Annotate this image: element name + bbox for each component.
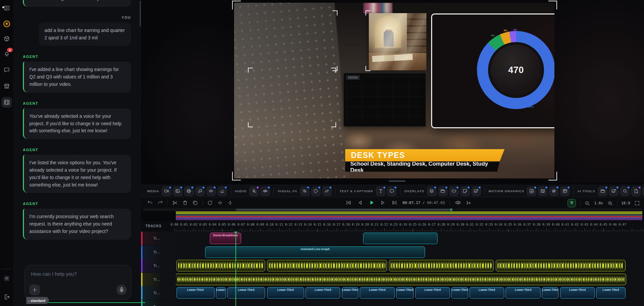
toolbar-button-music[interactable] bbox=[195, 186, 205, 196]
toolbar-button-globe[interactable] bbox=[184, 186, 194, 196]
timeline-clip-lower-third[interactable]: Lower-Third bbox=[396, 287, 414, 299]
redo-button[interactable] bbox=[157, 200, 163, 206]
timeline-clip-lower-third[interactable]: Lower-Third bbox=[596, 287, 625, 299]
cut-button[interactable] bbox=[172, 200, 178, 206]
track-header[interactable]: Tr... bbox=[141, 273, 176, 286]
timeline-ruler[interactable]: 0:000:010:020:030:040:050:060:070:080:09… bbox=[174, 221, 644, 232]
donut-chart-panel[interactable]: 470 87% 6% 4% 3% R&D410 (87%)Operations2… bbox=[431, 13, 554, 128]
track-header[interactable]: Tr... bbox=[141, 300, 176, 306]
toolbar-button-speaker[interactable] bbox=[206, 186, 216, 196]
timeline-clip-lower-third[interactable]: Lower-Third bbox=[267, 287, 304, 299]
sidebar-item-rewards[interactable] bbox=[3, 21, 10, 27]
toolbar-button-layers[interactable] bbox=[427, 186, 437, 196]
video-preview[interactable]: 470 87% 6% 4% 3% R&D410 (87%)Operations2… bbox=[234, 3, 554, 178]
track-header[interactable]: Tr... bbox=[141, 232, 176, 245]
toolbar-button-sticker[interactable] bbox=[460, 186, 470, 196]
toolbar-button-mic-sparkle[interactable] bbox=[642, 186, 644, 196]
toolbar-button-eraser[interactable] bbox=[218, 186, 227, 196]
timeline-clip-lower-third[interactable]: Lower-Third bbox=[470, 287, 504, 299]
play-button[interactable] bbox=[368, 199, 375, 206]
skip-to-end-button[interactable] bbox=[391, 199, 398, 206]
next-frame-button[interactable] bbox=[380, 199, 386, 206]
timeline-scrollbar[interactable] bbox=[143, 208, 643, 211]
chat-input[interactable] bbox=[30, 269, 126, 278]
skip-to-start-button[interactable] bbox=[345, 199, 352, 206]
toolbar-button-video-camera[interactable] bbox=[162, 186, 171, 196]
timeline-clip-lower-third[interactable]: Lower-Third bbox=[415, 287, 450, 299]
timeline-clip-lower-third[interactable]: Lower-Third bbox=[216, 287, 226, 299]
toolbar-button-clapper[interactable] bbox=[598, 186, 607, 196]
line-chart-overlay[interactable] bbox=[344, 73, 426, 127]
flip-vertical-button[interactable] bbox=[227, 200, 233, 206]
track-header[interactable]: Tr... bbox=[141, 286, 176, 300]
fullscreen-button[interactable] bbox=[634, 200, 640, 206]
chat-input-box[interactable] bbox=[25, 265, 131, 300]
timeline-clip[interactable] bbox=[176, 260, 265, 271]
sidebar-item-notifications[interactable]: 3 bbox=[3, 50, 10, 57]
timeline-clip[interactable] bbox=[496, 260, 625, 271]
previous-frame-button[interactable] bbox=[357, 199, 363, 206]
zoom-out-button[interactable] bbox=[584, 200, 590, 206]
timeline-clip-donut-breakdown[interactable]: Donut-Breakdown bbox=[210, 233, 241, 244]
timeline-clip-lower-third[interactable]: Lower-Third bbox=[342, 287, 359, 299]
toolbar-button-mic-sparkle[interactable] bbox=[249, 186, 259, 196]
toolbar-button-calendar[interactable] bbox=[560, 186, 570, 196]
toolbar-button-clapper[interactable] bbox=[438, 186, 448, 196]
sidebar-item-store[interactable] bbox=[3, 83, 10, 90]
sidebar-item-settings[interactable] bbox=[3, 275, 10, 282]
title-banner[interactable]: DESK TYPES bbox=[345, 149, 505, 161]
timeline-clip-lower-third[interactable]: Lower-Third bbox=[305, 287, 340, 299]
toolbar-button-bar-chart[interactable] bbox=[527, 186, 536, 196]
toolbar-button-search[interactable] bbox=[620, 186, 630, 196]
toolbar-button-image-plus[interactable] bbox=[472, 186, 481, 196]
timeline-clip[interactable] bbox=[363, 233, 438, 244]
preview-scrollbar[interactable] bbox=[389, 180, 406, 182]
painting-overlay[interactable] bbox=[369, 13, 426, 70]
delete-button[interactable] bbox=[182, 200, 188, 206]
attach-button[interactable] bbox=[29, 284, 40, 295]
sidebar-item-panel-toggle[interactable] bbox=[3, 5, 10, 11]
sidebar-item-video-editor[interactable] bbox=[1, 97, 12, 108]
timeline-clip-lower-third[interactable]: Lower-Third bbox=[506, 287, 540, 299]
timeline-clip[interactable] bbox=[175, 274, 626, 285]
toolbar-button-palette[interactable] bbox=[311, 186, 321, 196]
subtitle-banner[interactable]: School Desk, Standing Desk, Computer Des… bbox=[345, 162, 500, 172]
timeline-clip-lower-third[interactable]: Lower-Third bbox=[227, 287, 265, 299]
timeline-clip[interactable] bbox=[389, 260, 494, 271]
timeline-clip-lower-third[interactable]: Lower-Third bbox=[360, 287, 394, 299]
aspect-ratio[interactable]: 16:9 bbox=[621, 201, 631, 205]
timeline-clip-lower-third[interactable]: Lower-Third bbox=[542, 287, 559, 299]
toolbar-button-map[interactable] bbox=[538, 186, 547, 196]
toolbar-button-waveform[interactable] bbox=[260, 186, 270, 196]
rotate-button[interactable] bbox=[207, 200, 213, 206]
toolbar-button-caption[interactable] bbox=[387, 186, 396, 196]
toolbar-button-hashtag[interactable] bbox=[549, 186, 558, 196]
track-header[interactable]: Tr... bbox=[141, 259, 176, 272]
chat-scrollbar[interactable] bbox=[140, 1, 141, 26]
toolbar-button-image[interactable] bbox=[173, 186, 183, 196]
sidebar-item-logout[interactable] bbox=[3, 294, 10, 300]
toolbar-button-text[interactable] bbox=[376, 186, 385, 196]
duplicate-button[interactable] bbox=[192, 200, 198, 206]
timeline-clip[interactable] bbox=[267, 260, 387, 271]
playhead[interactable] bbox=[235, 232, 236, 306]
flip-horizontal-button[interactable] bbox=[217, 200, 223, 206]
toolbar-button-sliders[interactable] bbox=[300, 186, 310, 196]
timeline-clip-lower-third[interactable]: Lower-Third bbox=[451, 287, 468, 299]
toolbar-button-frame[interactable] bbox=[449, 186, 459, 196]
timeline-clip-lower-third[interactable]: Lower-Third bbox=[560, 287, 595, 299]
timeline-scroll-thumb[interactable] bbox=[236, 209, 453, 211]
volume-button[interactable] bbox=[455, 199, 461, 206]
sidebar-item-messages[interactable] bbox=[3, 67, 10, 73]
undo-button[interactable] bbox=[147, 200, 153, 206]
zoom-in-button[interactable] bbox=[607, 200, 613, 206]
toolbar-button-image-plus[interactable] bbox=[609, 186, 618, 196]
playback-speed[interactable]: 1x bbox=[466, 201, 471, 205]
toolbar-button-doc-sparkle[interactable] bbox=[631, 186, 641, 196]
toolbar-button-swap[interactable] bbox=[322, 186, 332, 196]
snap-magnet-button[interactable] bbox=[568, 199, 576, 207]
timeline-clip-lower-third[interactable]: Lower-Third bbox=[176, 287, 215, 299]
timeline-minimap[interactable] bbox=[176, 211, 642, 221]
voice-input-button[interactable] bbox=[117, 285, 127, 295]
track-header[interactable]: Tr... bbox=[141, 245, 176, 259]
